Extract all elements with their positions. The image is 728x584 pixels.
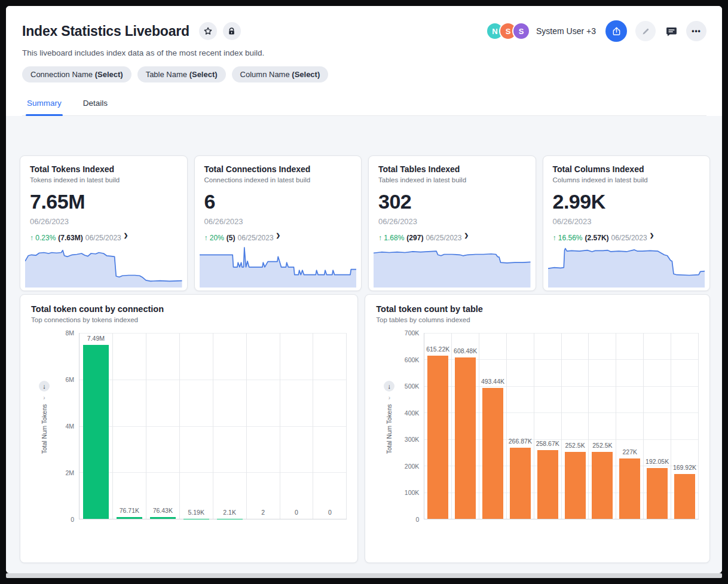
filter-chip-table-name[interactable]: Table Name (Select) <box>137 66 226 82</box>
bar-column[interactable]: 0 <box>313 333 347 519</box>
y-axis-tick: 0 <box>71 516 74 523</box>
chevron-right-icon[interactable]: ❯ <box>124 233 129 239</box>
avatar[interactable]: S <box>512 22 530 40</box>
kpi-value: 6 <box>204 190 352 213</box>
bar[interactable] <box>565 452 586 519</box>
kpi-value: 7.65M <box>30 190 178 213</box>
favorite-button[interactable] <box>199 22 217 40</box>
bar-column[interactable]: 5.19K <box>180 333 213 519</box>
horizontal-scrollbar[interactable] <box>6 573 722 578</box>
bar-column[interactable]: 266.87K <box>507 333 534 519</box>
bar-column[interactable]: 169.92K <box>671 333 699 519</box>
kpi-row: Total Tokens IndexedTokens indexed in la… <box>20 155 710 291</box>
tab-details[interactable]: Details <box>82 93 109 115</box>
bar[interactable] <box>150 517 176 519</box>
bar-column[interactable]: 192.05K <box>644 333 671 519</box>
kpi-change-percent: ↑ 20% <box>204 234 224 242</box>
bar-column[interactable]: 0 <box>280 333 314 519</box>
bar[interactable] <box>647 468 668 519</box>
author-avatars[interactable]: N S S <box>486 22 530 40</box>
bar-column[interactable]: 2 <box>247 333 280 519</box>
bar-column[interactable]: 2.1K <box>213 333 247 519</box>
kpi-subtitle: Connections indexed in latest build <box>204 176 352 184</box>
bar-column[interactable]: 76.43K <box>146 333 180 519</box>
bar[interactable] <box>592 452 613 519</box>
filter-bar: Connection Name (Select) Table Name (Sel… <box>22 66 706 82</box>
y-axis-title: Total Num Tokens <box>386 404 393 454</box>
bar[interactable] <box>619 458 640 519</box>
kpi-change: ↑ 16.56%(2.57K)06/25/2023❯ <box>553 234 701 242</box>
liveboard-window: Index Statistics Liveboard N S S System … <box>6 6 722 573</box>
chart-subtitle: Top tables by columns indexed <box>376 316 699 323</box>
kpi-title: Total Tokens Indexed <box>30 164 178 174</box>
kpi-change-percent: ↑ 0.23% <box>30 234 56 242</box>
bar-column[interactable]: 7.49M <box>79 333 113 519</box>
bar[interactable] <box>117 517 142 519</box>
bar-column[interactable]: 227K <box>616 333 644 519</box>
bar-value-label: 169.92K <box>660 464 709 471</box>
y-axis-tick: 700K <box>405 329 420 337</box>
bar-column[interactable]: 608.48K <box>452 333 479 519</box>
kpi-date: 06/26/2023 <box>204 217 352 226</box>
kpi-card[interactable]: Total Tokens IndexedTokens indexed in la… <box>20 155 188 291</box>
filter-chip-connection-name[interactable]: Connection Name (Select) <box>22 66 131 82</box>
kpi-title: Total Columns Indexed <box>553 164 701 174</box>
bar[interactable] <box>427 356 448 519</box>
share-icon <box>611 26 622 36</box>
bar-column[interactable]: 252.5K <box>562 333 589 519</box>
chart-card[interactable]: Total token count by connectionTop conne… <box>20 294 358 563</box>
kpi-change: ↑ 0.23%(7.63M)06/25/2023❯ <box>30 234 178 242</box>
kpi-title: Total Tables Indexed <box>378 164 526 174</box>
comments-button[interactable] <box>665 25 678 38</box>
kpi-change: ↑ 1.68%(297)06/25/2023❯ <box>378 234 526 242</box>
axis-chevron-icon: › <box>389 395 390 401</box>
edit-button[interactable] <box>635 21 656 41</box>
pencil-icon <box>641 27 650 36</box>
more-options-button[interactable]: ••• <box>686 21 706 41</box>
chart-title: Total token count by table <box>376 304 699 314</box>
filter-chip-column-name[interactable]: Column Name (Select) <box>232 66 329 82</box>
kpi-subtitle: Tables indexed in latest build <box>378 176 526 184</box>
bar-column[interactable]: 76.71K <box>113 333 146 519</box>
bar-column[interactable]: 252.5K <box>589 333 616 519</box>
kpi-change-date: 06/25/2023 <box>426 234 461 242</box>
share-button[interactable] <box>605 20 627 42</box>
kpi-card[interactable]: Total Columns IndexedColumns indexed in … <box>543 155 711 291</box>
bar-column[interactable]: 493.44K <box>479 333 507 519</box>
bar[interactable] <box>674 474 695 519</box>
kpi-subtitle: Tokens indexed in latest build <box>30 176 178 184</box>
y-axis-ticks: 8M6M4M2M0 <box>57 333 79 519</box>
kpi-change-percent: ↑ 1.68% <box>378 234 404 242</box>
chevron-right-icon[interactable]: ❯ <box>464 233 469 239</box>
chevron-right-icon[interactable]: ❯ <box>276 233 281 239</box>
y-axis-tick: 600K <box>405 356 420 363</box>
kpi-card[interactable]: Total Connections IndexedConnections ind… <box>194 155 362 291</box>
tab-summary[interactable]: Summary <box>26 93 63 115</box>
charts-row: Total token count by connectionTop conne… <box>20 294 710 563</box>
bar[interactable] <box>83 345 109 519</box>
star-icon <box>203 26 213 36</box>
bar-column[interactable]: 258.67K <box>534 333 562 519</box>
y-axis-tick: 0 <box>415 516 419 523</box>
y-axis-tick: 6M <box>65 376 74 383</box>
chevron-right-icon[interactable]: ❯ <box>650 233 654 239</box>
kpi-title: Total Connections Indexed <box>204 164 352 174</box>
y-axis-tick: 300K <box>405 436 420 443</box>
lock-icon <box>223 22 241 40</box>
bar-column[interactable]: 615.22K <box>424 333 452 519</box>
axis-chevron-icon: › <box>43 395 45 401</box>
sort-descending-icon[interactable]: ↓ <box>384 381 394 392</box>
bar[interactable] <box>482 388 503 519</box>
y-axis-tick: 100K <box>405 489 420 496</box>
comment-icon <box>665 25 678 38</box>
y-axis-group: ↓›Total Num Tokens <box>31 315 57 519</box>
bar[interactable] <box>510 448 531 519</box>
kpi-subtitle: Columns indexed in latest build <box>553 176 701 184</box>
sort-descending-icon[interactable]: ↓ <box>39 381 50 392</box>
page-title: Index Statistics Liveboard <box>22 23 189 39</box>
chart-card[interactable]: Total token count by tableTop tables by … <box>365 294 710 563</box>
bar[interactable] <box>537 450 558 519</box>
y-axis-title: Total Num Tokens <box>41 404 48 454</box>
kpi-change-previous-value: (7.63M) <box>58 234 82 242</box>
kpi-card[interactable]: Total Tables IndexedTables indexed in la… <box>368 155 536 291</box>
